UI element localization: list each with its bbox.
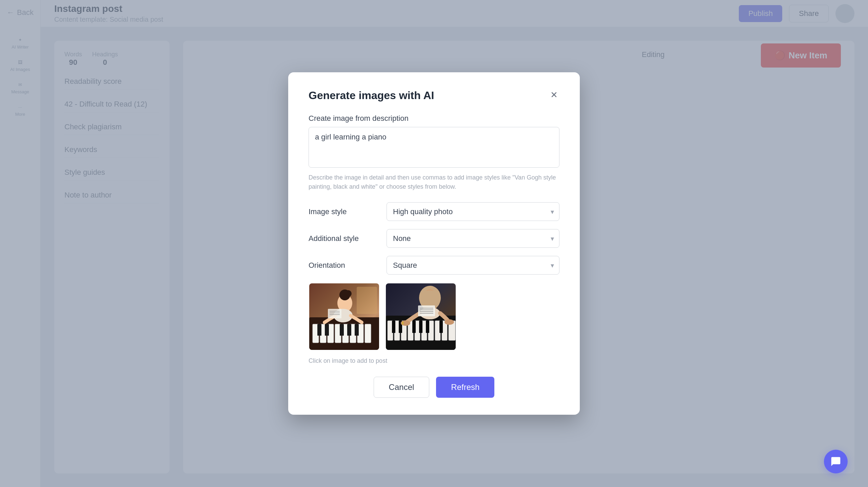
svg-rect-42 [426,321,429,333]
additional-style-select[interactable]: None Van Gogh Picasso Monet [387,229,559,248]
modal-header: Generate images with AI [309,89,559,102]
svg-rect-16 [355,324,359,336]
additional-style-row: Additional style None Van Gogh Picasso M… [309,229,559,248]
generated-image-1[interactable] [309,283,380,351]
piano-image-1-svg [309,283,380,351]
additional-style-label: Additional style [309,234,376,243]
image-click-hint: Click on image to add to post [309,357,559,364]
additional-style-select-wrapper: None Van Gogh Picasso Monet ▾ [387,229,559,248]
svg-rect-13 [325,324,329,336]
orientation-select-wrapper: Square Landscape Portrait ▾ [387,256,559,275]
svg-rect-40 [412,321,416,333]
svg-rect-25 [357,287,377,314]
svg-rect-11 [365,324,371,343]
svg-point-19 [345,290,352,297]
svg-rect-14 [340,324,344,336]
generated-image-2[interactable] [385,283,456,351]
svg-rect-12 [317,324,321,336]
svg-rect-41 [419,321,422,333]
images-grid [309,283,559,351]
chat-bubble[interactable] [824,450,848,473]
description-label: Create image from description [309,114,559,123]
svg-rect-21 [328,309,341,318]
refresh-button[interactable]: Refresh [436,377,494,398]
close-icon [550,91,558,99]
chat-icon [830,456,841,467]
description-textarea[interactable]: a girl learning a piano [309,127,559,168]
svg-rect-43 [439,321,443,333]
svg-rect-38 [392,321,395,333]
close-button[interactable] [549,89,559,102]
svg-rect-50 [418,305,435,316]
image-style-select[interactable]: High quality photo Cartoon Sketch Oil pa… [387,202,559,221]
image-style-label: Image style [309,207,376,216]
modal-overlay: Generate images with AI Create image fro… [0,0,868,487]
generate-images-modal: Generate images with AI Create image fro… [288,72,580,415]
orientation-row: Orientation Square Landscape Portrait ▾ [309,256,559,275]
image-style-row: Image style High quality photo Cartoon S… [309,202,559,221]
svg-point-48 [445,319,454,325]
orientation-select[interactable]: Square Landscape Portrait [387,256,559,275]
hint-text: Describe the image in detail and then us… [309,173,559,191]
image-style-select-wrapper: High quality photo Cartoon Sketch Oil pa… [387,202,559,221]
orientation-label: Orientation [309,261,376,270]
piano-image-2-svg [386,283,456,351]
svg-rect-49 [402,321,403,325]
svg-rect-15 [347,324,351,336]
modal-footer: Cancel Refresh [309,377,559,398]
cancel-button[interactable]: Cancel [374,377,430,398]
modal-title: Generate images with AI [309,89,434,102]
